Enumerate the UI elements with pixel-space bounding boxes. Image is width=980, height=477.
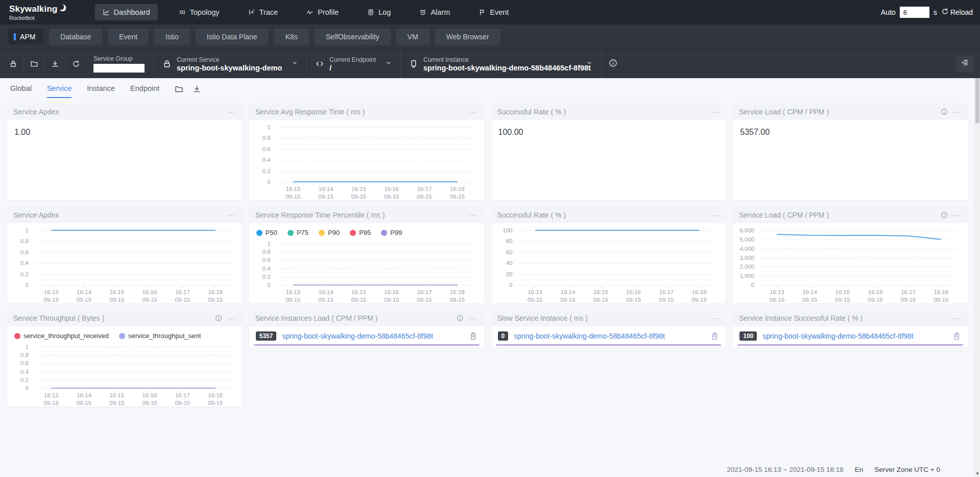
- nav-item-log[interactable]: Log: [360, 4, 398, 20]
- view-tab-instance[interactable]: Instance: [87, 84, 115, 98]
- auto-interval-input[interactable]: [900, 7, 929, 18]
- nav-item-topology[interactable]: Topology: [171, 4, 227, 20]
- chart-legend: P50P75P90P95P99: [249, 223, 484, 236]
- auto-label: Auto: [881, 8, 896, 16]
- service-group-input[interactable]: [93, 64, 145, 73]
- selector-current-instance[interactable]: Current Instancespring-boot-skywalking-d…: [400, 50, 601, 78]
- card-title: Service Apdex: [13, 211, 222, 219]
- chart-canvas: [519, 230, 716, 285]
- toolbar-button-refresh-icon[interactable]: [66, 58, 86, 69]
- card-menu-button[interactable]: ...: [227, 108, 236, 116]
- card-menu-button[interactable]: ...: [953, 108, 962, 116]
- card-menu-button[interactable]: ...: [711, 314, 720, 322]
- line-chart[interactable]: 01,0002,0003,0004,0005,0006,00016:1309-1…: [737, 226, 960, 303]
- x-axis-tick-label: 16:1309-15: [285, 185, 300, 200]
- nav-item-event[interactable]: Event: [471, 4, 516, 20]
- toolbar-button-folder-icon[interactable]: [24, 58, 45, 69]
- template-tab-k8s[interactable]: K8s: [274, 29, 309, 45]
- copy-button[interactable]: [469, 332, 477, 341]
- legend-item-p50[interactable]: P50: [256, 229, 277, 236]
- template-tab-vm[interactable]: VM: [396, 29, 429, 45]
- view-tab-service[interactable]: Service: [47, 84, 71, 98]
- template-tab-database[interactable]: Database: [49, 29, 102, 45]
- template-tab-selfobservability[interactable]: SelfObservability: [315, 29, 391, 45]
- line-chart[interactable]: 00.20.40.60.8116:1309-1516:1409-1516:150…: [253, 240, 476, 303]
- template-tab-web-browser[interactable]: Web Browser: [435, 29, 500, 45]
- card-menu-button[interactable]: ...: [469, 314, 477, 322]
- export-download-icon[interactable]: [193, 85, 201, 93]
- reload-button[interactable]: Reload: [941, 8, 973, 17]
- legend-item-p75[interactable]: P75: [288, 229, 308, 236]
- view-tab-global[interactable]: Global: [10, 84, 32, 98]
- footer-language[interactable]: En: [855, 466, 864, 473]
- card-menu-button[interactable]: ...: [711, 211, 720, 219]
- card-menu-button[interactable]: ...: [711, 108, 720, 116]
- footer-time-range[interactable]: 2021-09-15 16:13 ~ 2021-09-15 16:18: [727, 466, 844, 473]
- card-menu-button[interactable]: ...: [953, 314, 962, 322]
- card-body: 1.00: [7, 120, 242, 200]
- scrollbar-down-arrow[interactable]: ▼: [975, 471, 980, 476]
- instance-link[interactable]: spring-boot-skywalking-demo-58b48465cf-8…: [514, 332, 705, 340]
- template-tab-event[interactable]: Event: [108, 29, 149, 45]
- card-info-button[interactable]: [941, 211, 948, 219]
- plot-area: [519, 230, 716, 285]
- card-menu-button[interactable]: ...: [953, 211, 962, 219]
- legend-item-p90[interactable]: P90: [319, 229, 340, 236]
- template-tab-istio-data-plane[interactable]: Istio Data Plane: [196, 29, 269, 45]
- view-tab-endpoint[interactable]: Endpoint: [130, 84, 159, 98]
- legend-item-p99[interactable]: P99: [381, 229, 402, 236]
- card-title: Service Load ( CPM / PPM ): [739, 211, 936, 219]
- y-axis-tick-label: 0.2: [262, 274, 271, 280]
- nav-item-trace[interactable]: Trace: [241, 4, 286, 20]
- toolbar-button-download-icon[interactable]: [45, 58, 66, 69]
- x-axis: 16:1309-1516:1409-1516:1509-1516:1609-15…: [760, 286, 958, 303]
- card-menu-button[interactable]: ...: [469, 108, 477, 116]
- selector-label: Current Service: [177, 56, 282, 63]
- line-chart[interactable]: 02040608010016:1309-1516:1409-1516:1509-…: [495, 226, 718, 303]
- series-service-load: [777, 234, 941, 240]
- card-title: Service Instance Successful Rate ( % ): [739, 314, 948, 322]
- nav-item-alarm[interactable]: Alarm: [412, 4, 458, 20]
- y-axis: 01,0002,0003,0004,0005,0006,000: [737, 230, 757, 285]
- line-chart[interactable]: 00.20.40.60.8116:1309-1516:1409-1516:150…: [253, 123, 476, 200]
- card-info-button[interactable]: [941, 108, 948, 115]
- x-axis: 16:1309-1516:1409-1516:1509-1516:1609-15…: [35, 286, 232, 303]
- template-tab-apm[interactable]: APM: [8, 29, 43, 44]
- instance-link[interactable]: spring-boot-skywalking-demo-58b48465cf-8…: [762, 332, 947, 340]
- card-body: 01,0002,0003,0004,0005,0006,00016:1309-1…: [733, 223, 968, 303]
- instance-link[interactable]: spring-boot-skywalking-demo-58b48465cf-8…: [282, 332, 463, 340]
- copy-button[interactable]: [710, 332, 719, 341]
- info-icon: [609, 59, 617, 69]
- scrollbar-thumb[interactable]: [975, 78, 979, 123]
- selector-current-endpoint[interactable]: Current Endpoint/: [306, 50, 400, 78]
- card-header: Service Avg Response Time ( ms )...: [249, 103, 484, 120]
- card-menu-button[interactable]: ...: [227, 211, 236, 219]
- panel-toggle-button[interactable]: [955, 56, 974, 72]
- page-scrollbar[interactable]: ▼: [974, 78, 980, 477]
- logo[interactable]: Skywalking Rocketbot: [9, 4, 66, 21]
- card-menu-button[interactable]: ...: [469, 211, 477, 219]
- line-chart[interactable]: 00.20.40.60.8116:1309-1516:1409-1516:150…: [11, 226, 234, 303]
- gridline: [760, 285, 958, 285]
- footer-server-zone[interactable]: Server Zone UTC + 0: [874, 466, 940, 473]
- card-info-button[interactable]: [457, 315, 464, 322]
- line-chart[interactable]: 00.20.40.60.8116:1309-1516:1409-1516:150…: [11, 343, 234, 407]
- nav-item-profile[interactable]: Profile: [299, 4, 346, 20]
- template-tab-istio[interactable]: Istio: [154, 29, 190, 45]
- folder-icon[interactable]: [175, 85, 183, 93]
- legend-item-service-throughput-sent[interactable]: service_throughput_sent: [119, 332, 201, 340]
- legend-dot: [350, 230, 356, 236]
- legend-item-service-throughput-received[interactable]: service_throughput_received: [14, 332, 109, 340]
- card-info-button[interactable]: [215, 315, 222, 322]
- selector-current-service[interactable]: Current Servicespring-boot-skywalking-de…: [154, 50, 306, 78]
- legend-item-p95[interactable]: P95: [350, 229, 371, 236]
- toolbar-button-lock-icon[interactable]: [3, 58, 24, 69]
- y-axis-tick-label: 5,000: [739, 236, 754, 243]
- toolbar-info-button[interactable]: [601, 50, 625, 78]
- copy-button[interactable]: [952, 332, 961, 341]
- card-title: Successful Rate ( % ): [497, 108, 706, 116]
- card-menu-button[interactable]: ...: [227, 314, 236, 322]
- x-axis-tick-label: 16:1509-15: [109, 392, 124, 407]
- card-title: Service Response Time Percentile ( ms ): [255, 211, 464, 219]
- nav-item-dashboard[interactable]: Dashboard: [95, 4, 158, 20]
